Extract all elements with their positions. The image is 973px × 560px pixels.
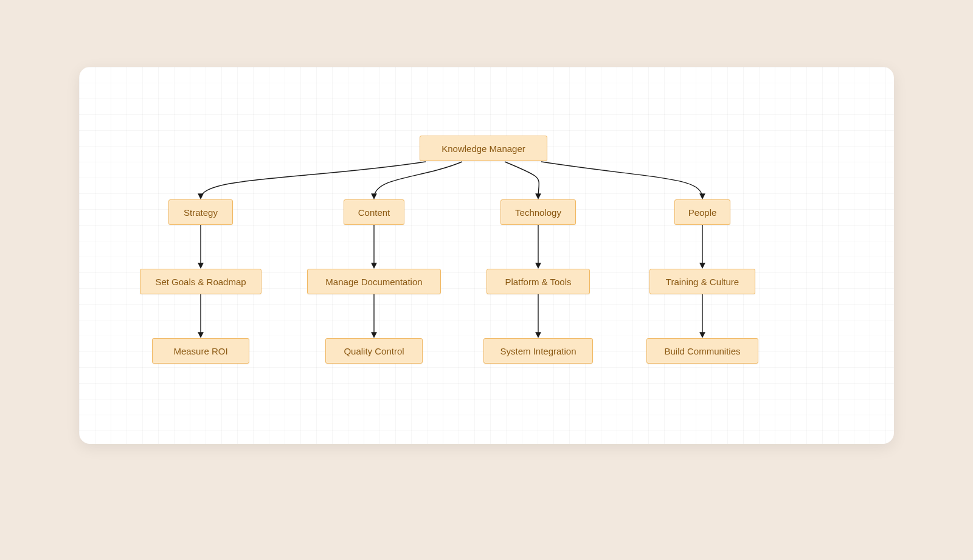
node-strategy-item-1[interactable]: Set Goals & Roadmap [140, 269, 261, 294]
node-people-item-2[interactable]: Build Communities [646, 338, 758, 364]
node-category-content[interactable]: Content [344, 199, 404, 225]
diagram-card: Knowledge Manager Strategy Set Goals & R… [79, 67, 894, 444]
node-technology-item-2[interactable]: System Integration [483, 338, 593, 364]
node-category-technology[interactable]: Technology [500, 199, 576, 225]
node-people-item-1[interactable]: Training & Culture [649, 269, 755, 294]
node-technology-item-1[interactable]: Platform & Tools [486, 269, 590, 294]
node-strategy-item-2[interactable]: Measure ROI [152, 338, 249, 364]
connector-layer [79, 67, 894, 444]
node-root[interactable]: Knowledge Manager [420, 136, 547, 161]
node-content-item-2[interactable]: Quality Control [325, 338, 423, 364]
node-category-strategy[interactable]: Strategy [168, 199, 233, 225]
hierarchy-diagram: Knowledge Manager Strategy Set Goals & R… [79, 67, 894, 444]
node-category-people[interactable]: People [674, 199, 730, 225]
node-content-item-1[interactable]: Manage Documentation [307, 269, 441, 294]
